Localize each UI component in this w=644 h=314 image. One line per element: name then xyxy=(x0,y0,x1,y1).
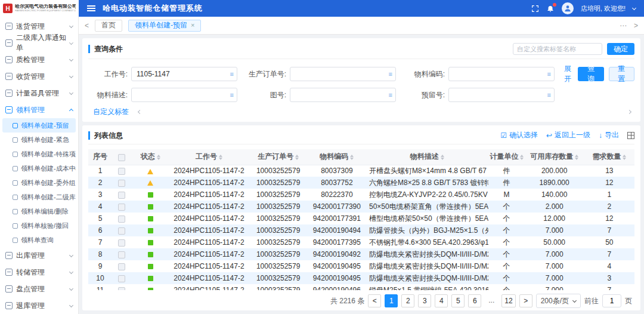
row-checkbox[interactable] xyxy=(118,227,125,235)
table-row[interactable]: 52024HPC1105-1147-2100032525799420001773… xyxy=(88,213,634,224)
page-button[interactable]: 5 xyxy=(451,294,465,307)
page-size-select[interactable]: 200条/页 xyxy=(536,294,581,308)
sort-icon[interactable] xyxy=(219,155,222,160)
sidebar-subitem[interactable]: 领料单创建-成本中心 xyxy=(2,161,76,176)
filter-icon[interactable]: ≡ xyxy=(389,91,392,98)
row-checkbox[interactable] xyxy=(118,263,125,270)
page-button[interactable]: 12 xyxy=(501,294,515,307)
page-button[interactable]: 1 xyxy=(385,294,398,307)
sidebar-item[interactable]: 退库管理 xyxy=(0,297,78,314)
custom-tag-name-input[interactable] xyxy=(513,43,602,55)
tab-home[interactable]: 首页 xyxy=(95,20,122,32)
fullscreen-icon[interactable] xyxy=(531,5,539,13)
expand-filters-link[interactable]: 展开 xyxy=(564,64,573,84)
column-header[interactable]: 物料编码 xyxy=(308,149,366,165)
page-button[interactable]: 4 xyxy=(435,294,448,307)
row-checkbox[interactable] xyxy=(118,251,125,258)
sidebar-subitem[interactable]: 领料单查询 xyxy=(2,233,76,247)
sidebar-item[interactable]: 计量器具管理 xyxy=(0,85,78,101)
column-settings-icon[interactable] xyxy=(627,132,634,139)
sidebar-subitem[interactable]: 领料单创建-委外组件 xyxy=(2,176,76,190)
page-button[interactable]: 2 xyxy=(401,294,414,307)
tabs-more-icon[interactable]: ⋯ xyxy=(620,21,627,30)
page-button[interactable]: 6 xyxy=(468,294,481,307)
tabs-scroll-right-icon[interactable]: > xyxy=(634,21,638,30)
table-row[interactable]: 22024HPC1105-1147-21000325257980037752六角… xyxy=(88,177,634,189)
prev-page-button[interactable]: < xyxy=(368,294,381,307)
column-header[interactable]: 生产订单号 xyxy=(249,149,308,165)
sort-icon[interactable] xyxy=(295,155,299,160)
next-page-button[interactable]: > xyxy=(519,294,532,307)
field-input[interactable]: ≡ xyxy=(448,67,555,81)
sidebar-item[interactable]: 盘点管理 xyxy=(0,281,78,297)
sidebar-subitem[interactable]: 领料单核验/撤回 xyxy=(2,218,76,233)
sidebar-item[interactable]: 二级库入库通知单 xyxy=(0,35,78,51)
column-header[interactable]: 计量单位 xyxy=(488,149,524,165)
goto-page-input[interactable] xyxy=(602,294,621,307)
filter-icon[interactable]: ≡ xyxy=(389,70,392,78)
sort-icon[interactable] xyxy=(157,155,160,160)
table-row[interactable]: 72024HPC1105-1147-2100032525799420001773… xyxy=(88,236,634,248)
field-input[interactable]: 1105-1147≡ xyxy=(131,67,237,81)
column-header[interactable]: 物料描述 xyxy=(366,149,488,165)
column-header[interactable]: 需求数量 xyxy=(584,149,634,165)
row-checkbox[interactable] xyxy=(118,275,125,282)
table-row[interactable]: 42024HPC1105-1147-2100032525799420001773… xyxy=(88,201,634,213)
table-row[interactable]: 82024HPC1105-1147-2100032525799420001904… xyxy=(88,248,634,260)
avatar[interactable] xyxy=(562,2,574,14)
back-button[interactable]: ↩ 返回上一级 xyxy=(546,130,590,140)
row-checkbox[interactable] xyxy=(118,192,125,199)
sidebar-item[interactable]: 领料管理 xyxy=(0,101,78,118)
tab-close-icon[interactable]: × xyxy=(191,22,194,29)
field-input[interactable]: ≡ xyxy=(448,88,555,102)
sidebar-item[interactable]: 质检管理 xyxy=(0,51,78,68)
filter-icon[interactable]: ≡ xyxy=(230,91,234,98)
sort-icon[interactable] xyxy=(575,155,578,160)
table-row[interactable]: 112024HPC1105-1147-210003252579942000190… xyxy=(88,284,634,290)
table-row[interactable]: 92024HPC1105-1147-2100032525799420001904… xyxy=(88,260,634,272)
sidebar-subitem[interactable]: 领料单创建-二级库 xyxy=(2,190,76,204)
row-checkbox[interactable] xyxy=(118,180,125,187)
sort-icon[interactable] xyxy=(623,155,626,160)
sidebar-subitem[interactable]: 领料单创建-紧急 xyxy=(2,133,76,147)
confirm-select-button[interactable]: ☑ 确认选择 xyxy=(500,130,538,140)
sidebar-subitem[interactable]: 领料单编辑/删除 xyxy=(2,204,76,218)
row-checkbox[interactable] xyxy=(118,168,125,175)
table-row[interactable]: 62024HPC1105-1147-2100032525799420001904… xyxy=(88,224,634,236)
menu-collapse-icon[interactable] xyxy=(87,8,95,9)
sidebar-item[interactable]: 转储管理 xyxy=(0,264,78,281)
tags-scroll-left-icon[interactable] xyxy=(138,110,142,114)
custom-tag-link[interactable]: 自定义标签 xyxy=(93,107,129,117)
notification-bell-icon[interactable] xyxy=(546,4,555,13)
table-row[interactable]: 102024HPC1105-1147-210003252579942000190… xyxy=(88,272,634,284)
table-row[interactable]: 12024HPC1105-1147-21000325257980037309开槽… xyxy=(88,165,634,177)
column-header[interactable]: 可用库存数量 xyxy=(525,149,584,165)
export-button[interactable]: ↓ 导出 xyxy=(599,130,619,140)
sidebar-item[interactable]: 出库管理 xyxy=(0,247,78,264)
search-button[interactable]: 查询 xyxy=(578,67,603,81)
row-checkbox[interactable] xyxy=(118,239,125,247)
sort-icon[interactable] xyxy=(350,155,354,160)
confirm-tag-button[interactable]: 确定 xyxy=(607,43,634,55)
sidebar-item[interactable]: 收货管理 xyxy=(0,68,78,85)
sort-icon[interactable] xyxy=(441,155,444,160)
row-checkbox[interactable] xyxy=(118,216,125,223)
reset-button[interactable]: 重置 xyxy=(609,67,634,81)
tags-scroll-right-icon[interactable] xyxy=(627,110,631,114)
tabs-scroll-left-icon[interactable]: < xyxy=(85,21,89,30)
column-header[interactable]: 工作号 xyxy=(169,149,248,165)
field-input[interactable]: ≡ xyxy=(290,67,396,81)
user-greeting[interactable]: 店培明, 欢迎您! xyxy=(581,4,626,13)
select-all-checkbox[interactable] xyxy=(118,154,125,161)
field-input[interactable]: ≡ xyxy=(290,88,396,102)
tab-material-request-reserve[interactable]: 领料单创建-预留 × xyxy=(128,20,201,32)
row-checkbox[interactable] xyxy=(118,204,125,211)
page-button[interactable]: 3 xyxy=(418,294,431,307)
sidebar-subitem[interactable]: 领料单创建-特殊项目 xyxy=(2,147,76,161)
sidebar-subitem[interactable]: 领料单创建-预留 xyxy=(2,118,76,133)
table-row[interactable]: 32024HPC1105-1147-21000325257980222370控制… xyxy=(88,189,634,201)
sidebar-item[interactable]: 送货管理 xyxy=(0,18,78,35)
sort-icon[interactable] xyxy=(520,155,524,160)
field-input[interactable]: ≡ xyxy=(131,88,237,102)
filter-icon[interactable]: ≡ xyxy=(547,91,551,98)
